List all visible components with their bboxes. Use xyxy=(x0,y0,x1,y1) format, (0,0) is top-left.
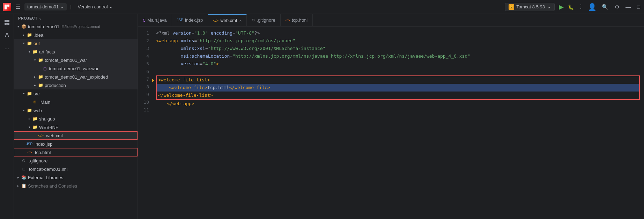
root-arrow-icon: ▾ xyxy=(15,24,21,29)
editor-area: C Main.java JSP index.jsp </> web.xml × … xyxy=(138,14,644,219)
tab-index-jsp[interactable]: JSP index.jsp xyxy=(172,14,208,26)
xml-tab-icon: </> xyxy=(213,19,219,23)
project-chevron-icon: ⌄ xyxy=(60,4,64,9)
tab-web-xml[interactable]: </> web.xml × xyxy=(208,14,247,26)
indexjsp-label: index.jsp xyxy=(35,141,52,147)
code-line-1: <?xml version="1.0" encoding="UTF-8"?> xyxy=(156,29,640,37)
gitignore-label: .gitignore xyxy=(29,158,47,163)
shuiguo-arrow-icon: ▸ xyxy=(27,116,32,122)
svg-rect-1 xyxy=(7,5,9,7)
extlib-icon: 📚 xyxy=(21,175,27,180)
extlib-arrow-icon: ▸ xyxy=(15,175,21,180)
vc-label: Version control xyxy=(78,4,108,9)
main-layout: ··· Project ⌄ ▾ 📦 tomcat-demo01 E:\IdeaP… xyxy=(0,14,644,219)
artifacts-arrow-icon: ▾ xyxy=(27,49,32,54)
artifacts-label: artifacts xyxy=(39,49,55,54)
sidebar-item-war-exploded[interactable]: ▸ 📁 tomcat_demo01_war_exploded xyxy=(14,73,138,81)
more-tools-icon[interactable]: ··· xyxy=(1,43,13,54)
code-line-10: </web-app> xyxy=(156,100,640,108)
sidebar-item-war-folder[interactable]: ▾ 📁 tomcat_demo01_war xyxy=(14,56,138,64)
minimize-icon[interactable]: — xyxy=(624,3,632,11)
titlebar: ☰ tomcat-demo01 ⌄ | Version control ⌄ 🐱 … xyxy=(0,0,644,14)
sidebar-item-root[interactable]: ▾ 📦 tomcat-demo01 E:\IdeaProjects\tomcat xyxy=(14,22,138,31)
exploded-folder-icon: 📁 xyxy=(38,74,43,80)
html-file-icon: <> xyxy=(27,149,32,155)
maximize-icon[interactable]: □ xyxy=(636,3,641,11)
war-folder-arrow-icon: ▾ xyxy=(32,57,38,63)
svg-rect-0 xyxy=(5,5,7,9)
tomcat-label: Tomcat 8.5.93 xyxy=(516,4,545,9)
more-options-button[interactable]: ⋮ xyxy=(578,3,584,10)
sidebar-item-war-file[interactable]: ◫ tomcat-demo01_war.war xyxy=(14,64,138,73)
project-view-icon[interactable] xyxy=(1,17,13,28)
war-file-arrow xyxy=(39,66,42,71)
extlib-label: External Libraries xyxy=(28,175,63,180)
idea-label: .idea xyxy=(34,32,43,38)
tab-gitignore[interactable]: ⊘ .gitignore xyxy=(247,14,280,26)
version-control-selector[interactable]: Version control ⌄ xyxy=(75,3,116,10)
tab-close-icon[interactable]: × xyxy=(239,19,242,23)
sidebar-item-out[interactable]: ▾ 📁 out xyxy=(14,39,138,48)
module-icon: 📦 xyxy=(21,24,27,29)
project-selector[interactable]: tomcat-demo01 ⌄ xyxy=(24,3,67,10)
src-arrow-icon: ▾ xyxy=(21,91,27,96)
vc-chevron-icon: ⌄ xyxy=(109,4,113,9)
sidebar-item-artifacts[interactable]: ▾ 📁 artifacts xyxy=(14,48,138,56)
debug-button[interactable]: 🐛 xyxy=(568,4,574,10)
tomcat-run-config[interactable]: 🐱 Tomcat 8.5.93 ⌄ xyxy=(505,3,555,11)
titlebar-right-actions: 🐱 Tomcat 8.5.93 ⌄ ▶ 🐛 ⋮ 👤 🔍 ⚙ — □ xyxy=(505,3,641,11)
sidebar-item-scratches[interactable]: ▸ 📋 Scratches and Consoles xyxy=(14,182,138,190)
code-line-11 xyxy=(156,108,640,115)
sidebar-item-gitignore[interactable]: ⊘ .gitignore xyxy=(14,156,138,165)
idea-arrow-icon: ▸ xyxy=(21,32,27,38)
svg-rect-3 xyxy=(7,20,9,22)
gitignore-file-icon: ⊘ xyxy=(21,158,27,163)
sidebar-item-iml[interactable]: □ tomcat-demo01.iml xyxy=(14,165,138,173)
settings-icon[interactable]: ⚙ xyxy=(614,3,620,11)
hamburger-menu-icon[interactable]: ☰ xyxy=(14,2,22,12)
sidebar-item-webinf[interactable]: ▾ 📁 WEB-INF xyxy=(14,123,138,131)
sidebar-item-ext-libs[interactable]: ▸ 📚 External Libraries xyxy=(14,173,138,182)
jsp-tab-icon: JSP xyxy=(177,18,183,22)
tcphtml-label: tcp.html xyxy=(35,150,51,155)
web-folder-icon: 📁 xyxy=(27,108,32,113)
code-line-5: version="4.0"> xyxy=(156,60,640,68)
tab-main-java[interactable]: C Main.java xyxy=(138,14,172,26)
titlebar-separator: | xyxy=(69,4,72,9)
sidebar-item-shuiguo[interactable]: ▸ 📁 shuiguo xyxy=(14,115,138,123)
sidebar-header: Project ⌄ xyxy=(14,14,138,22)
code-content[interactable]: <?xml version="1.0" encoding="UTF-8"?> <… xyxy=(152,27,644,219)
bookmark-icon: ◆ xyxy=(152,76,154,84)
webinf-label: WEB-INF xyxy=(39,125,58,130)
sidebar-item-src[interactable]: ▾ 📁 src xyxy=(14,89,138,98)
search-icon[interactable]: 🔍 xyxy=(601,3,609,11)
sidebar-item-idea[interactable]: ▸ 📁 .idea xyxy=(14,31,138,39)
search-everywhere-icon[interactable]: 👤 xyxy=(588,3,597,11)
git-icon[interactable] xyxy=(1,29,13,41)
class-icon: © xyxy=(32,99,38,105)
sidebar-item-main-class[interactable]: © Main xyxy=(14,98,138,106)
war-folder-icon: 📁 xyxy=(38,57,43,63)
src-folder-icon: 📁 xyxy=(27,91,32,96)
sidebar-tree: ▾ 📦 tomcat-demo01 E:\IdeaProjects\tomcat… xyxy=(14,22,138,219)
root-label: tomcat-demo01 xyxy=(28,24,59,29)
sidebar-item-web[interactable]: ▾ 📁 web xyxy=(14,106,138,115)
svg-rect-2 xyxy=(5,20,7,22)
sidebar-item-indexjsp[interactable]: JSP index.jsp xyxy=(14,140,138,148)
svg-rect-4 xyxy=(5,23,7,25)
tab-tcp-html[interactable]: <> tcp.html xyxy=(281,14,313,26)
tab-tcp-html-label: tcp.html xyxy=(292,17,308,23)
sidebar-item-webxml[interactable]: </> web.xml xyxy=(14,131,138,140)
jsp-file-icon: JSP xyxy=(27,141,32,147)
production-arrow-icon: ▸ xyxy=(32,82,38,88)
artifacts-folder-icon: 📁 xyxy=(32,49,38,54)
war-file-icon: ◫ xyxy=(42,66,47,71)
sidebar-chevron-icon: ⌄ xyxy=(39,16,42,20)
run-button[interactable]: ▶ xyxy=(559,3,564,11)
code-line-4: xsi:schemaLocation="http://xmlns.jcp.org… xyxy=(156,52,640,60)
xml-file-icon: </> xyxy=(38,133,44,138)
sidebar-item-tcphtml[interactable]: <> tcp.html xyxy=(14,148,138,156)
tomcat-icon: 🐱 xyxy=(509,4,514,10)
code-line-6 xyxy=(156,68,640,75)
sidebar-item-production[interactable]: ▸ 📁 production xyxy=(14,81,138,89)
